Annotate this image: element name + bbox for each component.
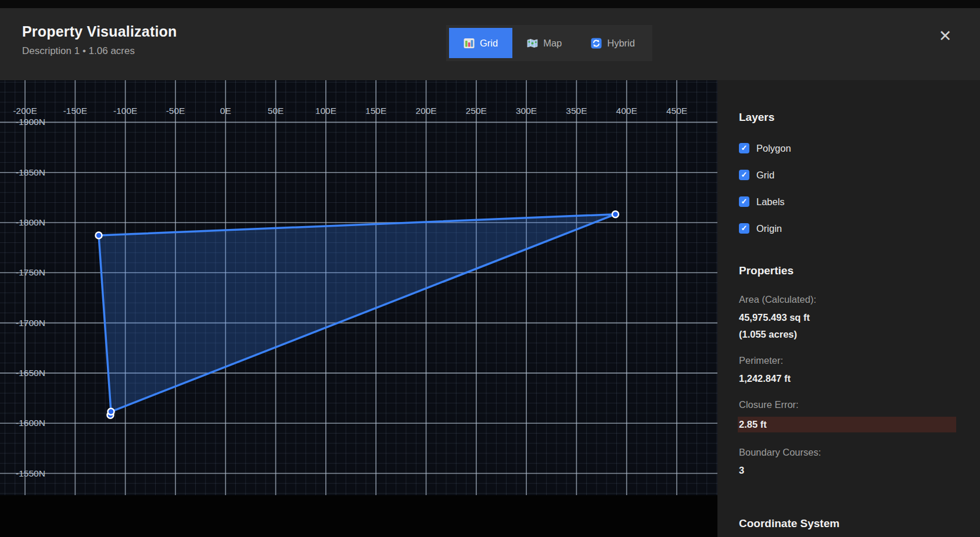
x-axis-label: 350E (566, 106, 587, 116)
property-value: (1.055 acres) (739, 328, 956, 341)
x-axis-label: -50E (166, 106, 185, 116)
property-label: Perimeter: (739, 355, 956, 366)
bar-chart-icon (464, 38, 475, 49)
x-axis-label: -150E (63, 106, 87, 116)
y-axis-label: -1900N (16, 117, 45, 127)
checkbox-checked-icon[interactable]: ✓ (739, 170, 749, 180)
page-title: Property Visualization (22, 23, 177, 40)
sidebar: Layers ✓Polygon✓Grid✓Labels✓Origin Prope… (717, 80, 980, 537)
map-icon (527, 38, 538, 49)
y-axis-label: -1650N (16, 368, 45, 378)
page-subtitle: Description 1 • 1.06 acres (22, 45, 177, 57)
checkbox-checked-icon[interactable]: ✓ (739, 143, 749, 153)
layer-label: Labels (756, 196, 785, 207)
title-block: Property Visualization Description 1 • 1… (22, 23, 177, 57)
tab-grid[interactable]: Grid (449, 28, 512, 58)
tab-label: Grid (480, 38, 498, 49)
window-top-strip (0, 0, 980, 8)
x-axis-label: 250E (466, 106, 487, 116)
y-axis-label: -1800N (16, 217, 45, 227)
layer-label: Grid (756, 170, 774, 181)
checkbox-checked-icon[interactable]: ✓ (739, 223, 749, 234)
x-axis-label: -200E (13, 106, 37, 116)
y-axis-label: -1600N (16, 418, 45, 428)
y-axis-label: -1750N (16, 267, 45, 277)
y-axis-label: -1850N (16, 167, 45, 177)
header: Property Visualization Description 1 • 1… (0, 8, 980, 80)
x-axis-label: 200E (415, 106, 436, 116)
x-axis-label: 300E (516, 106, 537, 116)
x-axis-label: 150E (365, 106, 386, 116)
layer-label: Polygon (756, 143, 791, 154)
x-axis-label: 0E (220, 106, 231, 116)
property-value: 45,975.493 sq ft (739, 312, 956, 324)
property-value: 3 (739, 464, 956, 477)
property-row: Perimeter:1,242.847 ft (739, 355, 956, 385)
tab-map[interactable]: Map (512, 28, 576, 58)
property-row: Closure Error:2.85 ft (739, 399, 956, 432)
y-axis-label: -1700N (16, 318, 45, 328)
property-value: 1,242.847 ft (739, 373, 956, 385)
y-axis-label: -1550N (16, 468, 45, 478)
view-tabs: GridMapHybrid (446, 25, 652, 61)
properties-rows: Area (Calculated):45,975.493 sq ft(1.055… (739, 294, 956, 477)
property-row: Area (Calculated):45,975.493 sq ft(1.055… (739, 294, 956, 341)
layer-toggle-grid[interactable]: ✓Grid (739, 168, 956, 182)
vertex-handle[interactable] (95, 232, 102, 238)
property-value-highlighted: 2.85 ft (738, 417, 956, 432)
layer-toggle-labels[interactable]: ✓Labels (739, 195, 956, 209)
tab-label: Map (543, 38, 562, 49)
properties-heading: Properties (739, 264, 956, 277)
layer-list: ✓Polygon✓Grid✓Labels✓Origin (739, 141, 956, 235)
close-button[interactable]: ✕ (935, 26, 956, 46)
property-row: Boundary Courses:3 (739, 447, 956, 477)
layer-label: Origin (756, 223, 782, 234)
map-canvas[interactable]: -200E-150E-100E-50E0E50E100E150E200E250E… (0, 80, 717, 495)
properties-section: Properties Area (Calculated):45,975.493 … (739, 264, 956, 477)
tab-label: Hybrid (607, 38, 635, 49)
layer-toggle-origin[interactable]: ✓Origin (739, 221, 956, 235)
vertex-handle[interactable] (612, 211, 619, 217)
tab-hybrid[interactable]: Hybrid (576, 28, 649, 58)
property-label: Boundary Courses: (739, 447, 956, 458)
checkbox-checked-icon[interactable]: ✓ (739, 196, 749, 207)
canvas-column: -200E-150E-100E-50E0E50E100E150E200E250E… (0, 80, 717, 537)
property-label: Area (Calculated): (739, 294, 956, 305)
layer-toggle-polygon[interactable]: ✓Polygon (739, 141, 956, 155)
vertex-handle[interactable] (108, 409, 114, 415)
refresh-icon (591, 38, 602, 49)
main-area: -200E-150E-100E-50E0E50E100E150E200E250E… (0, 80, 980, 537)
layers-heading: Layers (739, 111, 956, 124)
x-axis-label: 100E (315, 106, 336, 116)
property-label: Closure Error: (739, 399, 956, 410)
property-visualization-window: Property Visualization Description 1 • 1… (0, 0, 980, 537)
x-axis-label: 450E (666, 106, 687, 116)
coordinate-system-heading: Coordinate System (739, 517, 956, 530)
x-axis-label: 50E (268, 106, 284, 116)
x-axis-label: -100E (113, 106, 137, 116)
x-axis-label: 400E (616, 106, 637, 116)
